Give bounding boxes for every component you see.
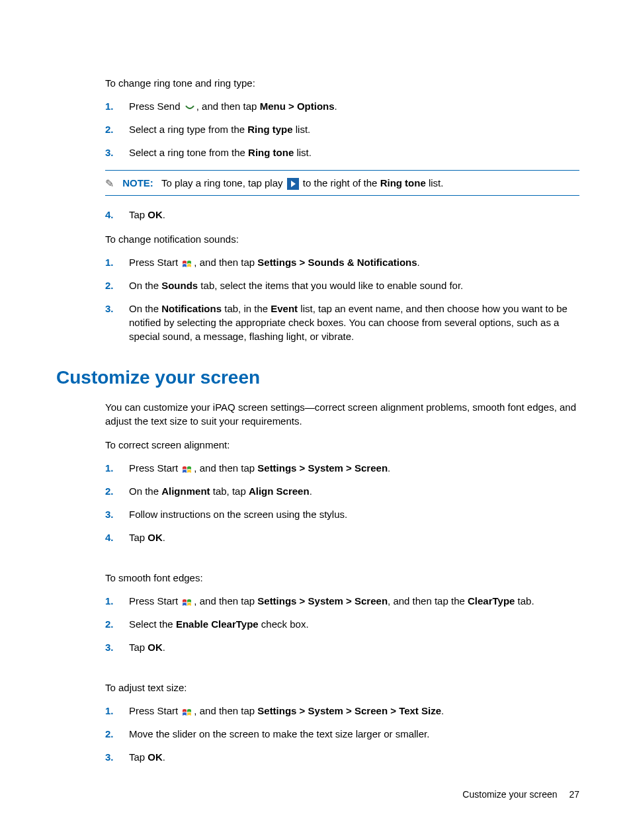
list-item: 3. On the Notifications tab, in the Even… (105, 302, 579, 343)
step-text: Press Send , and then tap Menu > Options… (129, 99, 579, 113)
list-alignment: 1. Press Start , and then tap Settings >… (105, 461, 579, 544)
step-number: 3. (105, 640, 129, 654)
play-icon (287, 178, 299, 190)
list-ringtone-cont: 4. Tap OK. (105, 208, 579, 222)
step-number: 1. (105, 255, 129, 269)
step-text: Press Start , and then tap Settings > Sy… (129, 594, 579, 608)
list-item: 4. Tap OK. (105, 530, 579, 544)
step-text: Select a ring type from the Ring type li… (129, 122, 579, 136)
list-item: 2. On the Sounds tab, select the items t… (105, 278, 579, 292)
list-item: 3. Select a ring tone from the Ring tone… (105, 146, 579, 159)
list-item: 1. Press Start , and then tap Settings >… (105, 704, 579, 718)
windows-start-icon (182, 707, 192, 716)
windows-start-icon (182, 464, 192, 474)
step-text: Tap OK. (129, 640, 579, 654)
step-text: On the Alignment tab, tap Align Screen. (129, 484, 579, 498)
send-icon (185, 103, 195, 111)
document-page: To change ring tone and ring type: 1. Pr… (0, 0, 631, 840)
list-item: 1. Press Start , and then tap Settings >… (105, 461, 579, 475)
step-text: On the Sounds tab, select the items that… (129, 278, 579, 292)
step-number: 2. (105, 484, 129, 498)
windows-start-icon (182, 597, 192, 607)
step-number: 1. (105, 704, 129, 718)
step-number: 3. (105, 750, 129, 764)
list-item: 3. Tap OK. (105, 640, 579, 654)
step-text: Tap OK. (129, 208, 579, 222)
list-item: 2. Select a ring type from the Ring type… (105, 122, 579, 136)
step-number: 2. (105, 727, 129, 741)
step-text: Press Start , and then tap Settings > So… (129, 255, 579, 269)
note-label: NOTE: (122, 177, 153, 189)
section-intro: You can customize your iPAQ screen setti… (105, 400, 579, 428)
step-number: 4. (105, 530, 129, 544)
step-number: 1. (105, 594, 129, 608)
list-item: 3. Follow instructions on the screen usi… (105, 507, 579, 521)
page-footer: Customize your screen 27 (462, 788, 579, 802)
step-text: On the Notifications tab, in the Event l… (129, 302, 579, 343)
list-ringtone: 1. Press Send , and then tap Menu > Opti… (105, 99, 579, 159)
step-number: 2. (105, 278, 129, 292)
footer-title: Customize your screen (462, 789, 557, 800)
section-heading: Customize your screen (56, 364, 579, 390)
step-text: Select a ring tone from the Ring tone li… (129, 146, 579, 159)
step-number: 3. (105, 302, 129, 315)
step-number: 2. (105, 122, 129, 136)
intro-ringtone: To change ring tone and ring type: (105, 76, 579, 90)
step-text: Move the slider on the screen to make th… (129, 727, 579, 741)
step-text: Press Start , and then tap Settings > Sy… (129, 461, 579, 475)
step-text: Tap OK. (129, 750, 579, 764)
note-box: ✎ NOTE: To play a ring tone, tap play to… (105, 170, 579, 196)
step-number: 2. (105, 617, 129, 631)
windows-start-icon (182, 259, 192, 268)
list-item: 2. Select the Enable ClearType check box… (105, 617, 579, 631)
step-number: 1. (105, 461, 129, 475)
step-text: Follow instructions on the screen using … (129, 507, 579, 521)
step-number: 1. (105, 99, 129, 113)
sub-heading: To correct screen alignment: (105, 438, 579, 452)
list-item: 1. Press Start , and then tap Settings >… (105, 255, 579, 269)
list-item: 2. On the Alignment tab, tap Align Scree… (105, 484, 579, 498)
step-text: Tap OK. (129, 530, 579, 544)
list-cleartype: 1. Press Start , and then tap Settings >… (105, 594, 579, 654)
list-notifications: 1. Press Start , and then tap Settings >… (105, 255, 579, 343)
page-number: 27 (569, 789, 579, 800)
list-item: 1. Press Start , and then tap Settings >… (105, 594, 579, 608)
step-text: Press Start , and then tap Settings > Sy… (129, 704, 579, 718)
step-text: Select the Enable ClearType check box. (129, 617, 579, 631)
step-number: 3. (105, 507, 129, 521)
step-number: 4. (105, 208, 129, 222)
list-textsize: 1. Press Start , and then tap Settings >… (105, 704, 579, 764)
sub-heading: To smooth font edges: (105, 571, 579, 585)
note-icon: ✎ (105, 178, 117, 190)
list-item: 3. Tap OK. (105, 750, 579, 764)
step-number: 3. (105, 146, 129, 159)
sub-heading: To adjust text size: (105, 681, 579, 694)
list-item: 2. Move the slider on the screen to make… (105, 727, 579, 741)
intro-notifications: To change notification sounds: (105, 232, 579, 246)
list-item: 4. Tap OK. (105, 208, 579, 222)
list-item: 1. Press Send , and then tap Menu > Opti… (105, 99, 579, 113)
